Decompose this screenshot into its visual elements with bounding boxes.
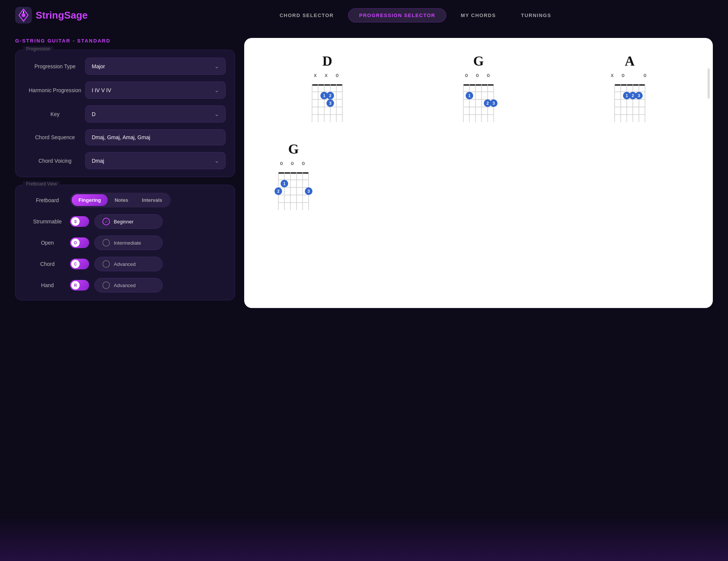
chord-toggle[interactable]: C bbox=[70, 259, 89, 269]
svg-point-2 bbox=[22, 13, 25, 17]
hand-radio-advanced[interactable]: Advanced bbox=[94, 278, 163, 292]
svg-text:3: 3 bbox=[493, 101, 495, 105]
open-toggle-knob: O bbox=[71, 239, 80, 247]
harmonic-progression-select[interactable]: I IV V IV ⌄ bbox=[85, 82, 226, 99]
nav-turnings[interactable]: TURNINGS bbox=[510, 9, 562, 22]
chord-voicing-chevron-icon: ⌄ bbox=[214, 157, 219, 164]
main-content: G-STRING GUITAR - STANDARD Progression P… bbox=[0, 30, 728, 323]
strummable-toggle-knob: S bbox=[71, 217, 80, 226]
svg-text:2: 2 bbox=[329, 93, 331, 98]
progression-section-label: Progression bbox=[23, 46, 53, 52]
chord-G1-svg: 1 2 3 bbox=[456, 80, 501, 126]
tab-fingering[interactable]: Fingering bbox=[72, 194, 108, 206]
chord-A: A x o o 1 bbox=[558, 49, 701, 130]
chord-voicing-row: Chord Voicing Dmaj ⌄ bbox=[25, 152, 226, 169]
svg-text:1: 1 bbox=[283, 181, 286, 186]
chord-G2-svg: 1 2 3 bbox=[271, 168, 316, 214]
chord-toggle-group: C Advanced bbox=[70, 257, 226, 271]
chord-D-svg: 1 2 3 bbox=[304, 80, 350, 126]
key-label: Key bbox=[25, 111, 85, 117]
nav-my-chords[interactable]: MY CHORDS bbox=[450, 9, 507, 22]
svg-text:3: 3 bbox=[308, 189, 310, 193]
tab-intervals[interactable]: Intervals bbox=[135, 194, 169, 206]
svg-text:1: 1 bbox=[626, 93, 628, 98]
chord-filter-label: Chord bbox=[25, 261, 70, 267]
hand-toggle-knob: R bbox=[71, 281, 80, 289]
svg-text:3: 3 bbox=[329, 101, 331, 105]
chord-A-name: A bbox=[625, 53, 635, 69]
fretboard-tab-row: Fretboard Fingering Notes Intervals bbox=[25, 193, 226, 207]
progression-type-row: Progression Type Major ⌄ bbox=[25, 58, 226, 75]
guitar-label: G-STRING GUITAR - STANDARD bbox=[15, 38, 235, 44]
progression-section: Progression Progression Type Major ⌄ Har… bbox=[15, 50, 235, 177]
strummable-label: Strummable bbox=[25, 218, 70, 225]
logo[interactable]: StringSage bbox=[15, 7, 88, 24]
svg-text:3: 3 bbox=[638, 93, 640, 98]
hand-toggle-group: R Advanced bbox=[70, 278, 226, 292]
chord-grid-bottom: G o o o 1 bbox=[256, 137, 701, 218]
scrollbar[interactable] bbox=[708, 68, 710, 99]
hand-row: Hand R Advanced bbox=[25, 278, 226, 292]
open-label: Open bbox=[25, 240, 70, 246]
fretboard-section-label: Fretboard View bbox=[23, 181, 60, 187]
chord-grid-top: D x x o bbox=[256, 49, 701, 130]
chord-G1-name: G bbox=[473, 53, 484, 69]
chord-sequence-label: Chord Sequence bbox=[25, 134, 85, 140]
chord-toggle-knob: C bbox=[71, 260, 80, 268]
key-select[interactable]: D ⌄ bbox=[85, 105, 226, 123]
fretboard-view-label: Fretboard bbox=[25, 197, 70, 203]
chord-voicing-label: Chord Voicing bbox=[25, 158, 85, 164]
chord-radio-advanced[interactable]: Advanced bbox=[94, 257, 163, 271]
key-row: Key D ⌄ bbox=[25, 105, 226, 123]
chord-row: Chord C Advanced bbox=[25, 257, 226, 271]
open-toggle[interactable]: O bbox=[70, 237, 89, 248]
chord-sequence-row: Chord Sequence Dmaj, Gmaj, Amaj, Gmaj bbox=[25, 129, 226, 145]
nav-progression-selector[interactable]: PROGRESSION SELECTOR bbox=[348, 8, 446, 22]
svg-rect-38 bbox=[615, 84, 645, 86]
nav-chord-selector[interactable]: CHORD SELECTOR bbox=[269, 9, 344, 22]
fretboard-section: Fretboard View Fretboard Fingering Notes… bbox=[15, 185, 235, 300]
chord-D-markers: x x o bbox=[314, 72, 341, 78]
page-background-gradient bbox=[0, 515, 728, 561]
svg-text:2: 2 bbox=[632, 93, 634, 98]
svg-text:2: 2 bbox=[277, 189, 279, 193]
open-radio-intermediate[interactable]: Intermediate bbox=[94, 236, 163, 250]
progression-type-chevron-icon: ⌄ bbox=[214, 63, 219, 70]
svg-text:1: 1 bbox=[323, 93, 325, 98]
harmonic-progression-label: Harmonic Progression bbox=[25, 87, 85, 93]
chord-D: D x x o bbox=[256, 49, 399, 130]
hand-toggle[interactable]: R bbox=[70, 280, 89, 291]
fretboard-tab-group: Fingering Notes Intervals bbox=[70, 193, 171, 207]
progression-type-label: Progression Type bbox=[25, 63, 85, 69]
chord-G1-markers: o o o bbox=[465, 72, 492, 78]
chord-G2-markers: o o o bbox=[280, 160, 307, 166]
chord-G-1: G o o o 1 bbox=[407, 49, 551, 130]
open-toggle-group: O Intermediate bbox=[70, 236, 226, 250]
svg-rect-55 bbox=[278, 172, 309, 174]
open-row: Open O Intermediate bbox=[25, 236, 226, 250]
strummable-toggle[interactable]: S bbox=[70, 216, 89, 227]
key-chevron-icon: ⌄ bbox=[214, 110, 219, 118]
svg-text:1: 1 bbox=[468, 93, 471, 98]
chord-G-2: G o o o 1 bbox=[267, 137, 320, 218]
strummable-row: Strummable S Beginner bbox=[25, 214, 226, 229]
chord-radio-dot bbox=[102, 260, 110, 268]
chord-voicing-select[interactable]: Dmaj ⌄ bbox=[85, 152, 226, 169]
chord-A-svg: 1 2 3 bbox=[607, 80, 653, 126]
chord-A-markers: x o o bbox=[610, 72, 649, 78]
chord-D-name: D bbox=[322, 53, 332, 69]
chord-G2-name: G bbox=[288, 141, 299, 157]
svg-rect-21 bbox=[463, 84, 494, 86]
logo-icon bbox=[15, 7, 32, 24]
svg-text:2: 2 bbox=[486, 101, 489, 105]
chord-sequence-field: Dmaj, Gmaj, Amaj, Gmaj bbox=[85, 129, 226, 145]
progression-type-select[interactable]: Major ⌄ bbox=[85, 58, 226, 75]
strummable-toggle-group: S Beginner bbox=[70, 214, 226, 229]
harmonic-progression-chevron-icon: ⌄ bbox=[214, 86, 219, 94]
strummable-radio-dot bbox=[102, 218, 110, 225]
hand-label: Hand bbox=[25, 282, 70, 288]
open-radio-dot bbox=[102, 239, 110, 247]
strummable-radio-beginner[interactable]: Beginner bbox=[94, 214, 163, 229]
harmonic-progression-row: Harmonic Progression I IV V IV ⌄ bbox=[25, 82, 226, 99]
tab-notes[interactable]: Notes bbox=[108, 194, 135, 206]
